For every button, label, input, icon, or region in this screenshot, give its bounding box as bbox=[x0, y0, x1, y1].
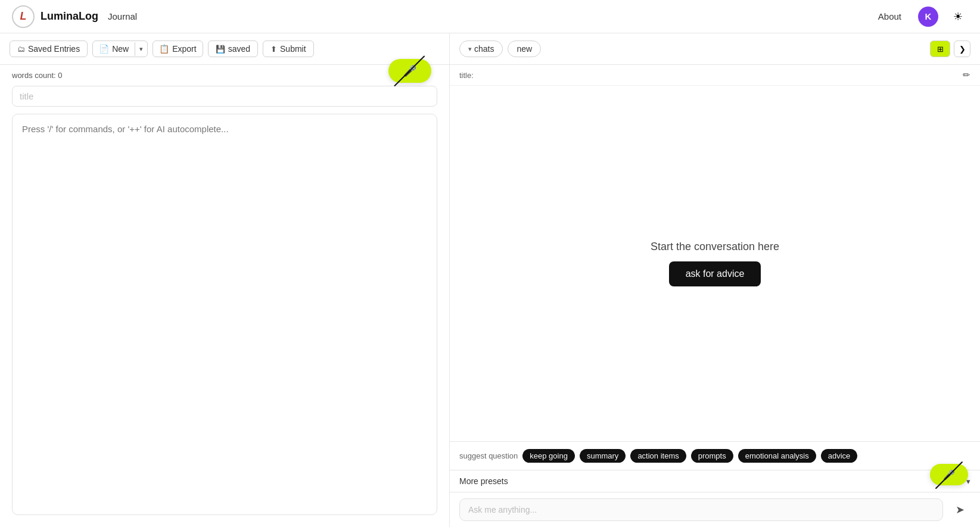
preset-action-items[interactable]: action items bbox=[630, 449, 686, 463]
submit-button[interactable]: ⬆ Submit bbox=[263, 40, 314, 57]
preset-summary[interactable]: summary bbox=[580, 449, 626, 463]
word-count-row: words count: 0 🎤 bbox=[0, 65, 449, 86]
preset-keep-going[interactable]: keep going bbox=[522, 449, 575, 463]
presets-row: suggest question keep going summary acti… bbox=[450, 441, 980, 470]
export-icon: 📋 bbox=[159, 44, 169, 54]
more-presets-label: More presets bbox=[459, 476, 966, 486]
saved-button[interactable]: 💾 saved bbox=[208, 40, 258, 57]
sun-icon: ☀ bbox=[953, 10, 963, 23]
chat-input[interactable] bbox=[459, 498, 943, 521]
chats-tab[interactable]: ▾ chats bbox=[459, 40, 503, 57]
preset-prompts[interactable]: prompts bbox=[691, 449, 733, 463]
preset-emotional-analysis[interactable]: emotional analysis bbox=[738, 449, 816, 463]
chat-body: Start the conversation here ask for advi… bbox=[450, 86, 980, 441]
ask-for-advice-button[interactable]: ask for advice bbox=[669, 261, 761, 286]
title-input[interactable] bbox=[12, 86, 437, 107]
about-nav-link[interactable]: About bbox=[878, 11, 901, 21]
new-button-main[interactable]: 📄 New bbox=[93, 41, 135, 57]
save-icon: 💾 bbox=[216, 45, 225, 54]
top-nav: L LuminaLog Journal About K ☀ bbox=[0, 0, 980, 33]
right-mic-button[interactable]: 🎤 bbox=[930, 464, 968, 485]
chat-input-row: ➤ bbox=[450, 492, 980, 527]
upload-icon: ⬆ bbox=[270, 45, 277, 54]
journal-nav-link[interactable]: Journal bbox=[108, 11, 137, 21]
panel-expand-button[interactable]: ❯ bbox=[954, 40, 970, 57]
saved-entries-button[interactable]: 🗂 Saved Entries bbox=[10, 40, 88, 57]
file-icon: 📄 bbox=[99, 44, 109, 54]
chat-title-row: title: ✏ bbox=[450, 65, 980, 86]
folder-icon: 🗂 bbox=[17, 45, 25, 54]
chat-tabs: ▾ chats new ⊞ ❯ bbox=[450, 33, 980, 65]
new-dropdown[interactable]: 📄 New ▾ bbox=[92, 40, 148, 57]
app-name: LuminaLog bbox=[41, 10, 98, 23]
chat-title-label: title: bbox=[459, 71, 474, 80]
toolbar: 🗂 Saved Entries 📄 New ▾ 📋 Export 💾 saved bbox=[0, 33, 449, 65]
chats-chevron-icon: ▾ bbox=[468, 45, 472, 53]
edit-icon: ✏ bbox=[963, 70, 970, 80]
logo-link[interactable]: L LuminaLog bbox=[12, 5, 98, 28]
panel-toggle-button[interactable]: ⊞ bbox=[930, 40, 950, 57]
user-avatar[interactable]: K bbox=[918, 7, 938, 27]
new-tab[interactable]: new bbox=[508, 40, 541, 57]
right-panel: ▾ chats new ⊞ ❯ title: ✏ Start the conve… bbox=[450, 33, 980, 527]
send-button[interactable]: ➤ bbox=[949, 499, 970, 520]
start-conversation-text: Start the conversation here bbox=[651, 241, 779, 253]
export-dropdown[interactable]: 📋 Export bbox=[153, 40, 203, 57]
send-icon: ➤ bbox=[956, 503, 965, 516]
app-logo: L bbox=[12, 5, 35, 28]
preset-advice[interactable]: advice bbox=[821, 449, 858, 463]
suggest-question-label: suggest question bbox=[459, 451, 518, 460]
main-layout: 🗂 Saved Entries 📄 New ▾ 📋 Export 💾 saved bbox=[0, 33, 980, 527]
chats-tab-label: chats bbox=[474, 44, 494, 54]
export-button-main[interactable]: 📋 Export bbox=[153, 41, 202, 57]
new-dropdown-arrow[interactable]: ▾ bbox=[135, 42, 147, 56]
word-count-label: words count: 0 bbox=[12, 71, 63, 80]
mic-button[interactable]: 🎤 bbox=[388, 59, 431, 83]
left-panel: 🗂 Saved Entries 📄 New ▾ 📋 Export 💾 saved bbox=[0, 33, 450, 527]
more-presets-row[interactable]: More presets ▾ bbox=[450, 470, 980, 492]
editor-textarea[interactable] bbox=[12, 114, 437, 515]
edit-title-button[interactable]: ✏ bbox=[963, 70, 970, 80]
theme-toggle-button[interactable]: ☀ bbox=[948, 7, 968, 27]
